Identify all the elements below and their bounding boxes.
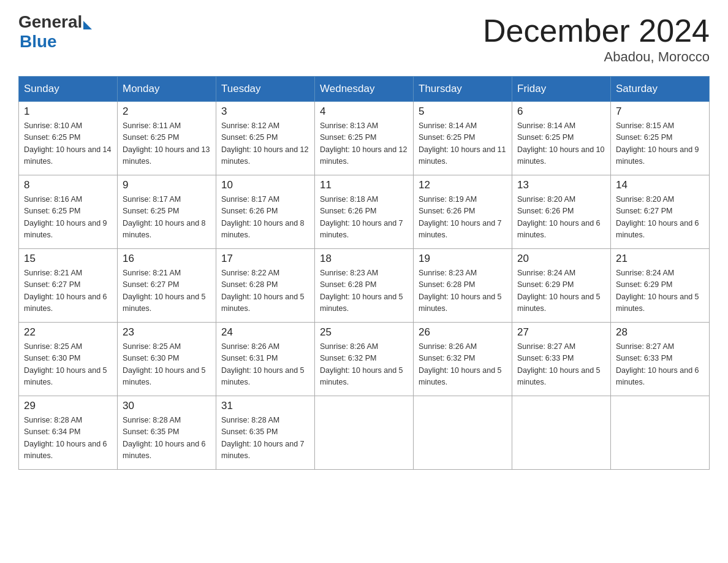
- day-cell-1: 1Sunrise: 8:10 AMSunset: 6:25 PMDaylight…: [19, 102, 118, 175]
- day-info: Sunrise: 8:27 AMSunset: 6:33 PMDaylight:…: [517, 341, 605, 389]
- day-info: Sunrise: 8:21 AMSunset: 6:27 PMDaylight:…: [24, 267, 112, 315]
- day-info: Sunrise: 8:14 AMSunset: 6:25 PMDaylight:…: [419, 120, 507, 168]
- weekday-header-wednesday: Wednesday: [315, 77, 414, 102]
- day-cell-14: 14Sunrise: 8:20 AMSunset: 6:27 PMDayligh…: [611, 175, 710, 249]
- weekday-header-row: SundayMondayTuesdayWednesdayThursdayFrid…: [19, 77, 710, 102]
- day-info: Sunrise: 8:25 AMSunset: 6:30 PMDaylight:…: [24, 341, 112, 389]
- day-number: 17: [221, 253, 309, 265]
- day-info: Sunrise: 8:26 AMSunset: 6:31 PMDaylight:…: [221, 341, 309, 389]
- day-info: Sunrise: 8:21 AMSunset: 6:27 PMDaylight:…: [123, 267, 211, 315]
- day-cell-18: 18Sunrise: 8:23 AMSunset: 6:28 PMDayligh…: [315, 249, 414, 323]
- day-cell-15: 15Sunrise: 8:21 AMSunset: 6:27 PMDayligh…: [19, 249, 118, 323]
- day-number: 19: [419, 253, 507, 265]
- day-number: 21: [616, 253, 704, 265]
- logo-arrow-icon: [83, 21, 92, 29]
- day-number: 1: [24, 105, 112, 118]
- day-info: Sunrise: 8:20 AMSunset: 6:27 PMDaylight:…: [616, 194, 704, 242]
- day-cell-13: 13Sunrise: 8:20 AMSunset: 6:26 PMDayligh…: [512, 175, 611, 249]
- logo: General Blue: [18, 12, 93, 52]
- day-cell-27: 27Sunrise: 8:27 AMSunset: 6:33 PMDayligh…: [512, 323, 611, 396]
- day-number: 14: [616, 179, 704, 191]
- day-number: 12: [419, 179, 507, 191]
- day-info: Sunrise: 8:24 AMSunset: 6:29 PMDaylight:…: [517, 267, 605, 315]
- weekday-header-friday: Friday: [512, 77, 611, 102]
- weekday-header-tuesday: Tuesday: [216, 77, 315, 102]
- day-info: Sunrise: 8:23 AMSunset: 6:28 PMDaylight:…: [419, 267, 507, 315]
- day-number: 2: [123, 105, 211, 118]
- day-cell-4: 4Sunrise: 8:13 AMSunset: 6:25 PMDaylight…: [315, 102, 414, 175]
- day-number: 29: [24, 400, 112, 412]
- day-number: 30: [123, 400, 211, 412]
- day-cell-22: 22Sunrise: 8:25 AMSunset: 6:30 PMDayligh…: [19, 323, 118, 396]
- day-info: Sunrise: 8:14 AMSunset: 6:25 PMDaylight:…: [517, 120, 605, 168]
- day-cell-17: 17Sunrise: 8:22 AMSunset: 6:28 PMDayligh…: [216, 249, 315, 323]
- day-number: 6: [517, 105, 605, 118]
- day-cell-7: 7Sunrise: 8:15 AMSunset: 6:25 PMDaylight…: [611, 102, 710, 175]
- day-number: 9: [123, 179, 211, 191]
- day-cell-6: 6Sunrise: 8:14 AMSunset: 6:25 PMDaylight…: [512, 102, 611, 175]
- day-cell-5: 5Sunrise: 8:14 AMSunset: 6:25 PMDaylight…: [414, 102, 512, 175]
- day-info: Sunrise: 8:25 AMSunset: 6:30 PMDaylight:…: [123, 341, 211, 389]
- day-info: Sunrise: 8:23 AMSunset: 6:28 PMDaylight:…: [320, 267, 408, 315]
- week-row-4: 22Sunrise: 8:25 AMSunset: 6:30 PMDayligh…: [19, 323, 710, 396]
- week-row-5: 29Sunrise: 8:28 AMSunset: 6:34 PMDayligh…: [19, 396, 710, 470]
- weekday-header-saturday: Saturday: [611, 77, 710, 102]
- week-row-1: 1Sunrise: 8:10 AMSunset: 6:25 PMDaylight…: [19, 102, 710, 175]
- day-info: Sunrise: 8:16 AMSunset: 6:25 PMDaylight:…: [24, 194, 112, 242]
- day-info: Sunrise: 8:18 AMSunset: 6:26 PMDaylight:…: [320, 194, 408, 242]
- empty-cell: [315, 396, 414, 470]
- weekday-header-sunday: Sunday: [19, 77, 118, 102]
- day-number: 10: [221, 179, 309, 191]
- day-number: 26: [419, 326, 507, 339]
- day-number: 24: [221, 326, 309, 339]
- day-info: Sunrise: 8:12 AMSunset: 6:25 PMDaylight:…: [221, 120, 309, 168]
- day-info: Sunrise: 8:17 AMSunset: 6:25 PMDaylight:…: [123, 194, 211, 242]
- day-cell-29: 29Sunrise: 8:28 AMSunset: 6:34 PMDayligh…: [19, 396, 118, 470]
- day-info: Sunrise: 8:24 AMSunset: 6:29 PMDaylight:…: [616, 267, 704, 315]
- empty-cell: [414, 396, 512, 470]
- location-subtitle: Abadou, Morocco: [483, 49, 710, 65]
- page-header: General Blue December 2024 Abadou, Moroc…: [18, 12, 710, 65]
- day-number: 7: [616, 105, 704, 118]
- day-number: 3: [221, 105, 309, 118]
- day-cell-3: 3Sunrise: 8:12 AMSunset: 6:25 PMDaylight…: [216, 102, 315, 175]
- day-info: Sunrise: 8:19 AMSunset: 6:26 PMDaylight:…: [419, 194, 507, 242]
- day-info: Sunrise: 8:10 AMSunset: 6:25 PMDaylight:…: [24, 120, 112, 168]
- day-cell-11: 11Sunrise: 8:18 AMSunset: 6:26 PMDayligh…: [315, 175, 414, 249]
- day-number: 4: [320, 105, 408, 118]
- day-cell-23: 23Sunrise: 8:25 AMSunset: 6:30 PMDayligh…: [118, 323, 216, 396]
- day-info: Sunrise: 8:26 AMSunset: 6:32 PMDaylight:…: [320, 341, 408, 389]
- day-info: Sunrise: 8:28 AMSunset: 6:35 PMDaylight:…: [221, 415, 309, 462]
- day-cell-10: 10Sunrise: 8:17 AMSunset: 6:26 PMDayligh…: [216, 175, 315, 249]
- weekday-header-monday: Monday: [118, 77, 216, 102]
- logo-general-text: General: [18, 12, 82, 32]
- week-row-3: 15Sunrise: 8:21 AMSunset: 6:27 PMDayligh…: [19, 249, 710, 323]
- day-cell-25: 25Sunrise: 8:26 AMSunset: 6:32 PMDayligh…: [315, 323, 414, 396]
- day-number: 31: [221, 400, 309, 412]
- day-info: Sunrise: 8:11 AMSunset: 6:25 PMDaylight:…: [123, 120, 211, 168]
- weekday-header-thursday: Thursday: [414, 77, 512, 102]
- month-title: December 2024: [483, 12, 710, 49]
- day-cell-16: 16Sunrise: 8:21 AMSunset: 6:27 PMDayligh…: [118, 249, 216, 323]
- day-info: Sunrise: 8:27 AMSunset: 6:33 PMDaylight:…: [616, 341, 704, 389]
- day-number: 20: [517, 253, 605, 265]
- day-info: Sunrise: 8:13 AMSunset: 6:25 PMDaylight:…: [320, 120, 408, 168]
- day-cell-20: 20Sunrise: 8:24 AMSunset: 6:29 PMDayligh…: [512, 249, 611, 323]
- day-cell-12: 12Sunrise: 8:19 AMSunset: 6:26 PMDayligh…: [414, 175, 512, 249]
- day-info: Sunrise: 8:22 AMSunset: 6:28 PMDaylight:…: [221, 267, 309, 315]
- day-cell-9: 9Sunrise: 8:17 AMSunset: 6:25 PMDaylight…: [118, 175, 216, 249]
- day-number: 27: [517, 326, 605, 339]
- day-number: 18: [320, 253, 408, 265]
- day-number: 13: [517, 179, 605, 191]
- day-cell-28: 28Sunrise: 8:27 AMSunset: 6:33 PMDayligh…: [611, 323, 710, 396]
- day-cell-26: 26Sunrise: 8:26 AMSunset: 6:32 PMDayligh…: [414, 323, 512, 396]
- logo-blue-text: Blue: [20, 32, 57, 51]
- day-cell-30: 30Sunrise: 8:28 AMSunset: 6:35 PMDayligh…: [118, 396, 216, 470]
- day-info: Sunrise: 8:26 AMSunset: 6:32 PMDaylight:…: [419, 341, 507, 389]
- day-info: Sunrise: 8:20 AMSunset: 6:26 PMDaylight:…: [517, 194, 605, 242]
- day-number: 11: [320, 179, 408, 191]
- week-row-2: 8Sunrise: 8:16 AMSunset: 6:25 PMDaylight…: [19, 175, 710, 249]
- day-info: Sunrise: 8:17 AMSunset: 6:26 PMDaylight:…: [221, 194, 309, 242]
- day-number: 25: [320, 326, 408, 339]
- empty-cell: [611, 396, 710, 470]
